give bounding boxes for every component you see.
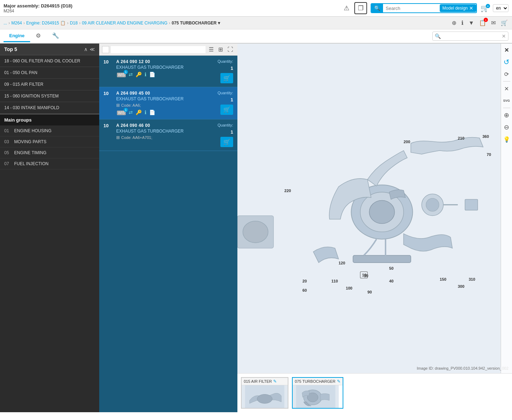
label-110: 110 (331, 279, 338, 283)
key-btn-2[interactable]: 🔑 (135, 109, 142, 116)
qty-block-2: Quantity: 1 🛒 (218, 91, 233, 115)
cross-ref-btn-2[interactable]: ⇄ (128, 109, 134, 116)
wis-btn-1[interactable]: WIS 1 (116, 71, 126, 78)
diagram-svg-btn[interactable]: SVG (502, 96, 512, 106)
parts-diagram-svg: 360 210 200 70 220 20 40 10 10 150 120 5… (237, 44, 512, 373)
top5-item-oil-pan[interactable]: 01 - 050 OIL PAN (0, 67, 99, 79)
info-button[interactable]: ℹ (461, 19, 464, 27)
breadcrumb-d18[interactable]: D18 (70, 21, 78, 26)
main-group-engine-housing[interactable]: 01 ENGINE HOUSING (0, 125, 99, 136)
parts-search-input[interactable] (111, 46, 206, 53)
doc-btn-2[interactable]: 📄 (148, 109, 156, 116)
part-row: 10 A 264 090 46 00 EXHAUST GAS TURBOCHAR… (99, 119, 237, 151)
top5-item-intake-manifold[interactable]: 14 - 030 INTAKE MANIFOLD (0, 102, 99, 114)
model-design-close[interactable]: ✕ (469, 5, 473, 11)
thumbnail-edit-icon-2[interactable]: ✎ (337, 379, 341, 384)
part-code-1: A 264 090 12 00 (116, 59, 215, 64)
cart-button[interactable]: 🛒 (500, 19, 508, 27)
thumbnail-air-filter[interactable]: 015 AIR FILTER ✎ (241, 377, 288, 409)
diagram-bulb-btn[interactable]: 💡 (502, 134, 512, 144)
expand-view-btn[interactable]: ⛶ (226, 46, 235, 54)
copy-icon-button[interactable]: ❐ (354, 2, 367, 14)
mail-button[interactable]: ✉ (490, 19, 496, 27)
main-search-input[interactable] (383, 4, 440, 12)
top5-label: Top 5 (4, 46, 17, 52)
tab-engine[interactable]: Engine (4, 30, 30, 42)
part-row: 10 A 264 090 12 00 EXHAUST GAS TURBOCHAR… (99, 56, 237, 87)
tab-tools[interactable]: 🔧 (46, 29, 65, 43)
top5-collapse-btn[interactable]: ∧ (84, 46, 88, 52)
breadcrumb-engine[interactable]: Engine: D264915 📋 (26, 21, 66, 26)
diagram-zoom-out-btn[interactable]: ⊖ (502, 122, 512, 132)
main-groups-label: Main groups (4, 117, 32, 123)
cart-btn-2[interactable]: 🛒 (220, 105, 233, 115)
key-btn-1[interactable]: 🔑 (135, 71, 142, 78)
info-btn-1[interactable]: ℹ (144, 71, 147, 78)
model-design-label: Model design (443, 6, 468, 11)
diagram-cross-btn[interactable]: ✕ (502, 84, 512, 94)
header-sub-label: M264 (4, 9, 72, 13)
sidebar-scroll-area: 18 - 060 OIL FILTER AND OIL COOLER 01 - … (0, 55, 99, 412)
cart-btn-1[interactable]: 🛒 (220, 73, 233, 83)
zoom-plus-button[interactable]: ⊕ (451, 19, 457, 27)
label-20: 20 (303, 279, 307, 283)
grid-view-btn[interactable]: ⊞ (217, 45, 224, 54)
image-area: 360 210 200 70 220 20 40 10 10 150 120 5… (237, 44, 512, 412)
label-40: 40 (389, 279, 393, 283)
tab-search: 🔍 ✕ (432, 32, 508, 41)
header-left: Major assembly: D264915 (D18) M264 (4, 3, 72, 13)
label-10-in-box: 10 (362, 273, 366, 277)
main-group-moving-parts[interactable]: 03 MOVING PARTS (0, 136, 99, 147)
diagram-history-btn[interactable]: ⟳ (502, 69, 512, 79)
diagram-refresh-btn[interactable]: ↺ (502, 57, 512, 67)
top5-item-oil-filter[interactable]: 18 - 060 OIL FILTER AND OIL COOLER (0, 55, 99, 67)
part-pos-2: 10 (103, 91, 114, 96)
cart-btn-3[interactable]: 🛒 (220, 137, 233, 147)
top5-item-air-filter[interactable]: 09 - 015 AIR FILTER (0, 79, 99, 90)
header-right: ⚠ ❐ 🔍 Model design ✕ 🛒+ en de fr (342, 2, 508, 14)
breadcrumb-ellipsis[interactable]: ... (4, 21, 7, 26)
main-group-fuel-injection[interactable]: 07 FUEL INJECTION (0, 158, 99, 169)
top5-expand-btn[interactable]: ≪ (90, 46, 95, 52)
cart-add-button[interactable]: 🛒+ (480, 4, 489, 12)
qty-num-1: 1 (231, 66, 233, 71)
label-300: 300 (458, 284, 465, 289)
filter-button[interactable]: ▼ (468, 19, 475, 27)
left-sidebar: Top 5 ∧ ≪ 18 - 060 OIL FILTER AND OIL CO… (0, 44, 99, 412)
group-label-01: ENGINE HOUSING (14, 128, 51, 133)
thumbnail-turbocharger[interactable]: 075 TURBOCHARGER ✎ (292, 377, 343, 409)
breadcrumb-air-cleaner[interactable]: 09 AIR CLEANER AND ENGINE CHARGING (82, 21, 167, 26)
svg-point-13 (257, 394, 272, 404)
cross-ref-btn-1[interactable]: ⇄ (128, 71, 134, 78)
bottom-thumbnails: 015 AIR FILTER ✎ 075 TURBOCHARGER ✎ (237, 373, 512, 412)
top5-item-ignition[interactable]: 15 - 060 IGNITION SYSTEM (0, 90, 99, 102)
tab-search-icon: 🔍 (433, 33, 443, 39)
list-view-btn[interactable]: ☰ (207, 45, 215, 54)
info-btn-2[interactable]: ℹ (144, 109, 147, 116)
group-label-03: MOVING PARTS (14, 139, 46, 144)
tab-search-clear[interactable]: ✕ (500, 32, 508, 40)
doc-alert-button[interactable]: 📋1 (478, 19, 487, 27)
group-num-07: 07 (4, 161, 11, 166)
main-group-engine-timing[interactable]: 05 ENGINE TIMING (0, 147, 99, 158)
label-50: 50 (389, 266, 393, 270)
tab-search-input[interactable] (443, 32, 500, 40)
tools-icon: 🔧 (52, 32, 59, 39)
diagram-zoom-in-btn[interactable]: ⊕ (502, 110, 512, 120)
code-badge-label-2: Code: AA6; (121, 103, 141, 107)
main-search-icon[interactable]: 🔍 (371, 4, 383, 12)
label-60: 60 (303, 288, 307, 292)
part-code-2: A 264 090 45 00 (116, 91, 215, 96)
qty-label-1: Quantity: (218, 59, 233, 63)
diagram-close-btn[interactable]: ✕ (502, 45, 512, 55)
doc-btn-1[interactable]: 📄 (148, 71, 156, 78)
wis-btn-2[interactable]: WIS 1 (116, 109, 126, 116)
label-220: 220 (285, 189, 291, 193)
breadcrumb: ... › M264 › Engine: D264915 📋 › D18 › 0… (0, 17, 512, 29)
language-select[interactable]: en de fr (493, 4, 508, 12)
part-icons-1: WIS 1 ⇄ 🔑 ℹ 📄 (116, 71, 215, 78)
thumbnail-edit-icon-1[interactable]: ✎ (273, 379, 277, 384)
warning-icon-button[interactable]: ⚠ (342, 3, 351, 13)
breadcrumb-m264[interactable]: M264 (11, 21, 22, 26)
tab-settings[interactable]: ⚙ (30, 29, 46, 43)
